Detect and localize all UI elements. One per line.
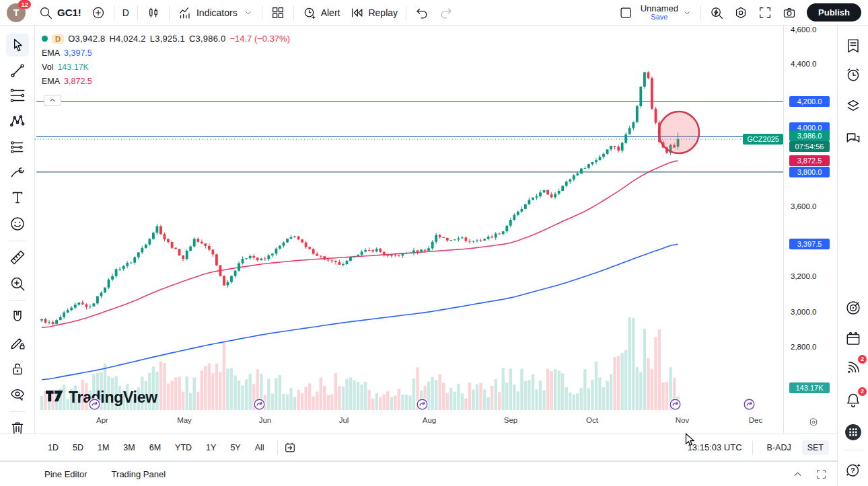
contract-rollover-icon[interactable] bbox=[743, 398, 756, 411]
tool-cursor-icon[interactable] bbox=[6, 34, 29, 56]
snapshot-button[interactable] bbox=[777, 3, 801, 22]
undo-button[interactable] bbox=[410, 3, 434, 22]
tool-fib-retracement-icon[interactable] bbox=[9, 87, 26, 104]
fullscreen-button[interactable] bbox=[753, 3, 777, 22]
indicators-button[interactable]: Indicators bbox=[173, 3, 242, 22]
legend-ema-slow-row[interactable]: EMA 3,397.5 bbox=[42, 48, 290, 58]
replay-icon bbox=[349, 5, 364, 20]
tradingview-logo-icon bbox=[46, 389, 64, 407]
tool-ruler-icon[interactable] bbox=[9, 249, 26, 266]
price-label: 143.17K bbox=[789, 382, 830, 393]
save-link[interactable]: Save bbox=[651, 13, 667, 22]
goto-date-calendar-icon bbox=[283, 441, 297, 454]
layout-select-button[interactable] bbox=[614, 3, 638, 22]
clock[interactable]: 13:15:03 UTC bbox=[688, 442, 742, 452]
contract-rollover-icon[interactable] bbox=[669, 398, 682, 411]
sidebar-object-tree-icon[interactable] bbox=[844, 97, 862, 114]
range-button-5d[interactable]: 5D bbox=[68, 440, 88, 455]
toolbar-divider bbox=[169, 5, 170, 20]
tool-magnet-icon[interactable] bbox=[9, 309, 26, 326]
month-label: May bbox=[177, 416, 192, 424]
contract-rollover-icon[interactable] bbox=[88, 398, 101, 411]
tab-pine-editor[interactable]: Pine Editor bbox=[44, 469, 87, 479]
chart-plot[interactable]: D O3,942.8 H4,024.2 L3,925.1 C3,986.0 −1… bbox=[35, 26, 783, 434]
sidebar-watchlist-icon[interactable] bbox=[844, 37, 862, 54]
range-button-all[interactable]: All bbox=[250, 440, 269, 455]
range-button-ytd[interactable]: YTD bbox=[170, 440, 196, 455]
range-button-5y[interactable]: 5Y bbox=[225, 440, 245, 455]
layout-menu-button[interactable] bbox=[681, 5, 697, 20]
contract-rollover-icon[interactable] bbox=[253, 398, 266, 411]
candlestick-chart[interactable] bbox=[35, 26, 783, 434]
chart-style-button[interactable] bbox=[141, 3, 166, 22]
tab-trading-panel[interactable]: Trading Panel bbox=[112, 469, 166, 479]
plus-circle-icon bbox=[91, 5, 106, 20]
legend-volume-row[interactable]: Vol 143.17K bbox=[42, 63, 290, 72]
top-toolbar: T 12 GC1! D Indicators Alert Replay bbox=[0, 0, 868, 26]
chart-settings-button[interactable] bbox=[729, 3, 753, 22]
range-button-1d[interactable]: 1D bbox=[43, 440, 63, 455]
fullscreen-icon bbox=[758, 5, 772, 20]
axis-settings-gear-icon[interactable] bbox=[808, 417, 819, 428]
range-button-3m[interactable]: 3M bbox=[118, 440, 139, 455]
lock-icon bbox=[9, 360, 26, 378]
tool-projection-icon[interactable] bbox=[9, 138, 26, 156]
price-tick: 3,600.0 bbox=[791, 202, 816, 210]
chart-area[interactable]: D O3,942.8 H4,024.2 L3,925.1 C3,986.0 −1… bbox=[35, 26, 837, 434]
session-toggle[interactable]: SET bbox=[802, 440, 829, 455]
count-badge: 2 bbox=[858, 355, 867, 364]
sidebar-help-icon[interactable]: ? bbox=[844, 461, 862, 479]
sidebar-notifications-icon[interactable]: 2 bbox=[844, 391, 862, 409]
tool-emoji-icon[interactable] bbox=[9, 215, 26, 233]
contract-rollover-icon[interactable] bbox=[416, 398, 429, 411]
sidebar-streams-icon[interactable]: 2 bbox=[844, 359, 862, 376]
ema-label: EMA bbox=[42, 77, 60, 86]
legend-ema-fast-row[interactable]: EMA 3,872.5 bbox=[42, 77, 290, 86]
replay-button[interactable]: Replay bbox=[345, 3, 402, 22]
tool-text-icon[interactable] bbox=[9, 189, 26, 206]
redo-button[interactable] bbox=[434, 3, 458, 22]
sidebar-screener-icon[interactable] bbox=[844, 299, 862, 317]
emoji-icon bbox=[9, 215, 26, 233]
avatar[interactable]: T 12 bbox=[7, 3, 26, 22]
quick-search-button[interactable] bbox=[704, 3, 729, 22]
save-layout-control[interactable]: Unnamed Save bbox=[638, 4, 681, 22]
alert-button[interactable]: Alert bbox=[297, 3, 345, 22]
interval-button[interactable]: D bbox=[118, 5, 134, 20]
sidebar-chat-icon[interactable] bbox=[844, 130, 862, 147]
range-button-1m[interactable]: 1M bbox=[93, 440, 114, 455]
indicators-label: Indicators bbox=[196, 7, 238, 18]
tool-brush-icon[interactable] bbox=[9, 164, 26, 181]
symbol-search-button[interactable]: GC1! bbox=[34, 3, 86, 22]
sidebar-apps-icon[interactable] bbox=[844, 423, 862, 441]
tool-xabcd-pattern-icon[interactable] bbox=[9, 112, 26, 130]
sidebar-calendar-icon[interactable] bbox=[844, 330, 862, 348]
tool-hide-icon[interactable] bbox=[9, 385, 26, 403]
publish-button[interactable]: Publish bbox=[807, 3, 861, 22]
panel-expand-chevron-icon[interactable] bbox=[791, 468, 804, 481]
adjustment-toggle[interactable]: B-ADJ bbox=[763, 441, 795, 454]
line-collapse-button[interactable] bbox=[44, 95, 61, 106]
ema-fast-value: 3,872.5 bbox=[64, 77, 92, 86]
toolbar-divider bbox=[137, 5, 138, 20]
toolbar-divider bbox=[9, 300, 26, 301]
month-label: Jun bbox=[259, 416, 272, 424]
range-button-1y[interactable]: 1Y bbox=[201, 440, 221, 455]
price-tick: 3,000.0 bbox=[791, 308, 816, 316]
legend-main-row[interactable]: D O3,942.8 H4,024.2 L3,925.1 C3,986.0 −1… bbox=[42, 34, 290, 44]
tool-lock-icon[interactable] bbox=[9, 360, 26, 378]
sidebar-alert-clock-icon[interactable] bbox=[844, 66, 862, 83]
svg-text:?: ? bbox=[851, 467, 855, 475]
draw-icon bbox=[9, 334, 26, 352]
multichart-layout-button[interactable] bbox=[266, 3, 290, 22]
panel-maximize-icon[interactable] bbox=[815, 468, 828, 481]
price-axis[interactable]: 4,600.04,400.04,200.04,000.03,986.007:54… bbox=[783, 26, 837, 434]
indicator-templates-button[interactable] bbox=[242, 5, 258, 20]
tool-trend-line-icon[interactable] bbox=[9, 62, 26, 79]
tool-draw-icon[interactable] bbox=[9, 334, 26, 352]
range-button-6m[interactable]: 6M bbox=[145, 440, 166, 455]
compare-add-symbol-button[interactable] bbox=[86, 3, 110, 22]
price-tick: 4,600.0 bbox=[791, 26, 816, 34]
goto-date-button[interactable] bbox=[281, 439, 299, 456]
tool-zoom-in-icon[interactable] bbox=[9, 275, 26, 292]
